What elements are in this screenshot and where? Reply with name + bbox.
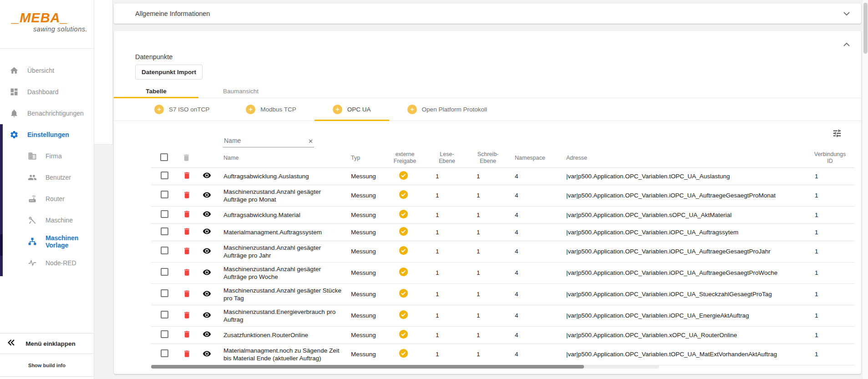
sidebar-item-label: Einstellungen: [27, 131, 69, 138]
name-filter-input[interactable]: Name ✕: [223, 133, 314, 147]
sidebar-item-einstellungen[interactable]: Einstellungen: [0, 124, 94, 145]
externe-freigabe-check-icon: [399, 329, 408, 339]
datenpunkt-import-button[interactable]: Datenpunkt Import: [135, 65, 203, 80]
cell-namespace: 4: [508, 185, 560, 206]
gear-icon: [9, 130, 19, 140]
column-header-schreib-ebene: Schreib- Ebene: [467, 149, 508, 167]
table-horizontal-scrollbar[interactable]: [151, 365, 659, 369]
delete-row-icon[interactable]: [182, 329, 192, 339]
sidebar-item-maschine[interactable]: Maschine: [0, 209, 94, 231]
tab-tabelle[interactable]: Tabelle: [114, 84, 198, 98]
row-checkbox[interactable]: [161, 210, 168, 218]
delete-row-icon[interactable]: [182, 246, 192, 256]
sidebar-item-benachrichtigungen[interactable]: Benachrichtigungen: [0, 102, 94, 124]
cell-lese-ebene: 1: [426, 206, 467, 223]
cell-name: Zusatzfunktionen.RouterOnline: [217, 326, 345, 344]
delete-row-icon[interactable]: [182, 288, 192, 298]
cell-verbindungs-id: 1: [806, 185, 854, 206]
column-filter-tune-icon[interactable]: [832, 128, 843, 139]
protocol-tab-open-platform-protokoll[interactable]: Open Platform Protokoll: [389, 98, 505, 121]
sidebar-item-dashboard[interactable]: Dashboard: [0, 81, 94, 102]
view-row-icon[interactable]: [202, 209, 212, 219]
panel-datapoints-title: Datenpunkte: [135, 53, 173, 61]
row-checkbox[interactable]: [161, 311, 168, 318]
delete-row-icon[interactable]: [182, 190, 192, 200]
row-checkbox[interactable]: [161, 227, 168, 235]
cell-namespace: 4: [508, 326, 560, 344]
page-vertical-scrollbar[interactable]: [862, 0, 868, 379]
nav-scrollbar-thumb[interactable]: [0, 234, 3, 256]
column-header-externe-freigabe: externe Freigabe: [383, 149, 426, 167]
view-row-icon[interactable]: [202, 171, 212, 181]
externe-freigabe-check-icon: [399, 310, 408, 319]
delete-row-icon[interactable]: [182, 171, 192, 181]
app-root: _MEBA_ sawing solutions. ÜbersichtDashbo…: [0, 0, 868, 379]
delete-row-icon[interactable]: [182, 227, 192, 237]
protocol-tab-label: S7 ISO onTCP: [169, 106, 209, 113]
cell-name: Maschinenzustand.Energieverbrauch pro Au…: [217, 305, 345, 326]
delete-selected-icon[interactable]: [181, 152, 191, 162]
cell-schreib-ebene: 1: [467, 206, 508, 223]
cell-typ: Messung: [345, 262, 383, 283]
view-row-icon[interactable]: [202, 190, 212, 200]
clear-filter-icon[interactable]: ✕: [308, 139, 313, 144]
add-protocol-icon[interactable]: [246, 105, 255, 114]
row-checkbox[interactable]: [161, 289, 168, 297]
cell-schreib-ebene: 1: [467, 326, 508, 344]
select-all-checkbox[interactable]: [160, 153, 168, 161]
view-row-icon[interactable]: [202, 246, 212, 256]
page-vertical-scrollbar-thumb[interactable]: [863, 3, 868, 54]
cell-verbindungs-id: 1: [806, 283, 854, 305]
add-protocol-icon[interactable]: [407, 105, 417, 114]
delete-row-icon[interactable]: [182, 310, 192, 320]
menu-collapse-button[interactable]: Menü einklappen: [0, 333, 94, 354]
sidebar: _MEBA_ sawing solutions. ÜbersichtDashbo…: [0, 0, 94, 379]
delete-row-icon[interactable]: [182, 349, 192, 359]
protocol-tab-s7-iso-ontcp[interactable]: S7 ISO onTCP: [136, 98, 228, 121]
sidebar-item-bersicht[interactable]: Übersicht: [0, 60, 94, 81]
delete-row-icon[interactable]: [182, 209, 192, 219]
view-row-icon[interactable]: [202, 329, 212, 339]
sidebar-item-maschinen-vorlage[interactable]: Maschinen Vorlage: [0, 231, 94, 252]
view-row-icon[interactable]: [202, 267, 212, 277]
row-checkbox[interactable]: [161, 268, 168, 276]
view-row-icon[interactable]: [202, 288, 212, 298]
sidebar-item-benutzer[interactable]: Benutzer: [0, 167, 94, 188]
sidebar-item-router[interactable]: Router: [0, 188, 94, 209]
externe-freigabe-check-icon: [399, 349, 408, 358]
chevron-up-icon[interactable]: [841, 39, 852, 50]
tab-baumansicht[interactable]: Baumansicht: [198, 84, 283, 98]
row-checkbox[interactable]: [161, 172, 168, 179]
sidebar-item-node-red[interactable]: Node-RED: [0, 252, 94, 273]
dashboard-icon: [9, 87, 19, 97]
row-checkbox[interactable]: [161, 330, 168, 338]
column-header-verbindungs-id: Verbindungs ID: [806, 149, 854, 167]
add-protocol-icon[interactable]: [154, 105, 164, 114]
name-filter-label: Name: [224, 137, 241, 144]
delete-row-icon[interactable]: [182, 267, 192, 277]
table-header-row: NameTypexterne FreigabeLese- EbeneSchrei…: [151, 149, 854, 167]
row-checkbox[interactable]: [161, 247, 168, 254]
cell-schreib-ebene: 1: [467, 241, 508, 262]
cell-namespace: 4: [508, 241, 560, 262]
row-checkbox[interactable]: [161, 349, 168, 357]
sidebar-item-firma[interactable]: Firma: [0, 145, 94, 167]
externe-freigabe-check-icon: [399, 267, 408, 277]
protocol-tab-modbus-tcp[interactable]: Modbus TCP: [228, 98, 315, 121]
row-checkbox[interactable]: [161, 191, 168, 198]
sidebar-item-label: Übersicht: [27, 67, 54, 74]
panel-allgemeine-informationen[interactable]: Allgemeine Informationen: [114, 4, 861, 24]
protocol-tab-opc-ua[interactable]: OPC UA: [315, 98, 389, 121]
view-tabs: TabelleBaumansicht: [114, 84, 861, 98]
view-row-icon[interactable]: [202, 349, 212, 359]
table-horizontal-scrollbar-thumb[interactable]: [151, 365, 584, 369]
view-row-icon[interactable]: [202, 310, 212, 320]
view-row-icon[interactable]: [202, 227, 212, 237]
cell-typ: Messung: [345, 241, 383, 262]
nav-scrollbar-track[interactable]: [0, 124, 3, 276]
externe-freigabe-check-icon: [399, 288, 408, 298]
show-build-info-button[interactable]: Show build info: [0, 354, 94, 377]
chevron-down-icon[interactable]: [841, 8, 852, 19]
add-protocol-icon[interactable]: [333, 105, 342, 114]
externe-freigabe-check-icon: [399, 171, 408, 180]
